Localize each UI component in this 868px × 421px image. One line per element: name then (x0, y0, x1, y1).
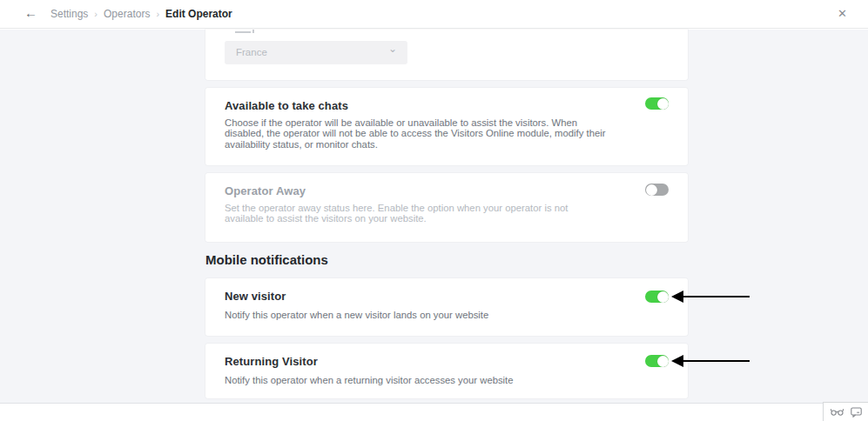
breadcrumb-operators[interactable]: Operators (104, 8, 150, 20)
toggle-knob (646, 184, 657, 196)
operator-away-description: Set the operator away status here. Enabl… (225, 203, 608, 224)
annotation-arrow (671, 355, 762, 367)
bottom-strip (0, 404, 868, 421)
arrow-shaft (682, 296, 750, 297)
new-visitor-title: New visitor (225, 290, 286, 303)
edit-operator-screen: ← Settings › Operators › Edit Operator ✕… (0, 0, 868, 421)
comment-icon[interactable] (851, 407, 862, 418)
settings-content-area: France ⌄ Available to take chats Choose … (0, 30, 868, 404)
mobile-notifications-heading: Mobile notifications (205, 252, 328, 267)
new-visitor-toggle[interactable] (645, 291, 669, 303)
returning-visitor-description: Notify this operator when a returning vi… (225, 375, 643, 385)
breadcrumb-separator-icon: › (156, 9, 159, 19)
toggle-knob (657, 356, 669, 367)
back-arrow-icon[interactable]: ← (24, 5, 37, 20)
returning-visitor-title: Returning Visitor (225, 355, 318, 368)
close-icon[interactable]: ✕ (838, 7, 847, 20)
country-select-value: France (236, 47, 267, 57)
clipped-field-label-fragment (235, 30, 258, 33)
breadcrumb-edit-operator: Edit Operator (165, 8, 232, 20)
chevron-down-icon: ⌄ (388, 43, 397, 55)
toggle-knob (657, 98, 669, 110)
returning-visitor-toggle[interactable] (645, 355, 669, 367)
available-card-title: Available to take chats (225, 99, 348, 112)
country-card: France ⌄ (205, 30, 688, 80)
spectacles-icon[interactable] (831, 407, 844, 417)
available-to-take-chats-card: Available to take chats Choose if the op… (205, 88, 688, 165)
country-select[interactable]: France ⌄ (225, 41, 407, 64)
available-toggle[interactable] (645, 97, 669, 110)
toggle-knob (657, 291, 669, 303)
operator-away-card: Operator Away Set the operator away stat… (205, 173, 688, 242)
operator-away-toggle[interactable] (645, 184, 669, 196)
breadcrumb-separator-icon: › (94, 9, 98, 19)
header-bar: ← Settings › Operators › Edit Operator ✕ (0, 0, 868, 29)
available-card-description: Choose if the operator will be available… (225, 117, 608, 150)
breadcrumb: Settings › Operators › Edit Operator (50, 8, 232, 20)
returning-visitor-card: Returning Visitor Notify this operator w… (205, 344, 688, 398)
arrow-shaft (682, 360, 750, 362)
new-visitor-card: New visitor Notify this operator when a … (205, 278, 688, 336)
operator-away-title: Operator Away (225, 184, 306, 197)
status-widget (823, 402, 868, 421)
breadcrumb-settings[interactable]: Settings (50, 8, 88, 20)
annotation-arrow (671, 291, 762, 303)
new-visitor-description: Notify this operator when a new visitor … (225, 310, 643, 320)
